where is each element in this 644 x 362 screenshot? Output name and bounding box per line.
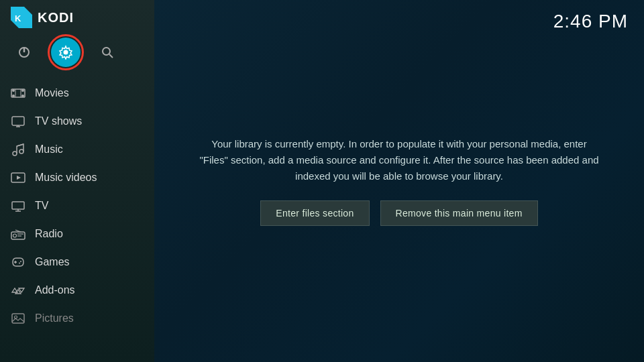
svg-rect-22 xyxy=(12,202,24,209)
sidebar-item-pictures[interactable]: Pictures xyxy=(0,304,154,333)
musicvideos-icon xyxy=(11,170,25,185)
power-button[interactable] xyxy=(9,38,39,67)
sidebar-item-label-tv: TV xyxy=(35,200,48,212)
svg-point-38 xyxy=(15,316,17,318)
settings-button[interactable] xyxy=(51,38,80,67)
power-icon xyxy=(17,46,31,59)
sidebar-item-label-movies: Movies xyxy=(35,87,69,99)
sidebar-item-tv[interactable]: TV xyxy=(0,192,154,220)
sidebar-item-label-tvshows: TV shows xyxy=(35,115,82,127)
pictures-icon xyxy=(11,311,25,326)
music-icon xyxy=(11,142,25,157)
action-buttons: Enter files section Remove this main men… xyxy=(198,200,600,226)
remove-menu-item-button[interactable]: Remove this main menu item xyxy=(380,200,538,226)
svg-rect-37 xyxy=(12,314,24,323)
library-empty-message: Your library is currently empty. In orde… xyxy=(184,123,614,239)
svg-point-5 xyxy=(103,48,110,55)
tvshows-icon xyxy=(11,114,25,129)
svg-marker-0 xyxy=(11,7,32,28)
tv-icon xyxy=(11,198,25,213)
addons-icon xyxy=(11,283,25,298)
main-content: 2:46 PM Your library is currently empty.… xyxy=(154,0,644,362)
svg-point-18 xyxy=(19,149,23,154)
kodi-logo-icon: K xyxy=(11,7,32,28)
sidebar-item-music[interactable]: Music xyxy=(0,135,154,164)
sidebar-item-tvshows[interactable]: TV shows xyxy=(0,107,154,135)
top-icon-row xyxy=(0,35,154,76)
search-button[interactable] xyxy=(93,38,122,67)
enter-files-button[interactable]: Enter files section xyxy=(260,200,369,226)
svg-rect-14 xyxy=(12,117,24,125)
clock-display: 2:46 PM xyxy=(553,11,628,32)
svg-point-4 xyxy=(64,50,68,55)
sidebar-item-addons[interactable]: Add-ons xyxy=(0,276,154,304)
svg-text:K: K xyxy=(15,13,21,23)
movies-icon xyxy=(11,86,25,101)
svg-point-33 xyxy=(19,263,20,264)
settings-gear-icon xyxy=(58,45,73,60)
svg-line-19 xyxy=(17,144,23,146)
library-description: Your library is currently empty. In orde… xyxy=(198,136,600,184)
sidebar-item-label-radio: Radio xyxy=(35,228,63,240)
sidebar-item-label-musicvideos: Music videos xyxy=(35,172,97,184)
radio-icon xyxy=(11,227,25,241)
search-icon xyxy=(101,46,114,59)
sidebar-item-label-music: Music xyxy=(35,143,63,156)
sidebar: K KODI xyxy=(0,0,154,362)
sidebar-item-label-pictures: Pictures xyxy=(35,312,74,324)
svg-point-26 xyxy=(13,234,17,237)
svg-line-6 xyxy=(109,54,113,58)
sidebar-item-label-games: Games xyxy=(35,256,70,268)
sidebar-item-games[interactable]: Games xyxy=(0,248,154,276)
sidebar-nav: Movies TV shows M xyxy=(0,76,154,362)
games-icon xyxy=(11,255,25,269)
sidebar-item-radio[interactable]: Radio xyxy=(0,220,154,248)
app-header: K KODI xyxy=(0,0,154,35)
sidebar-item-movies[interactable]: Movies xyxy=(0,79,154,107)
sidebar-item-label-addons: Add-ons xyxy=(35,284,75,296)
svg-marker-21 xyxy=(17,176,21,180)
svg-point-32 xyxy=(20,261,21,262)
svg-point-17 xyxy=(13,152,17,156)
sidebar-item-musicvideos[interactable]: Music videos xyxy=(0,164,154,192)
app-title: KODI xyxy=(38,10,74,25)
